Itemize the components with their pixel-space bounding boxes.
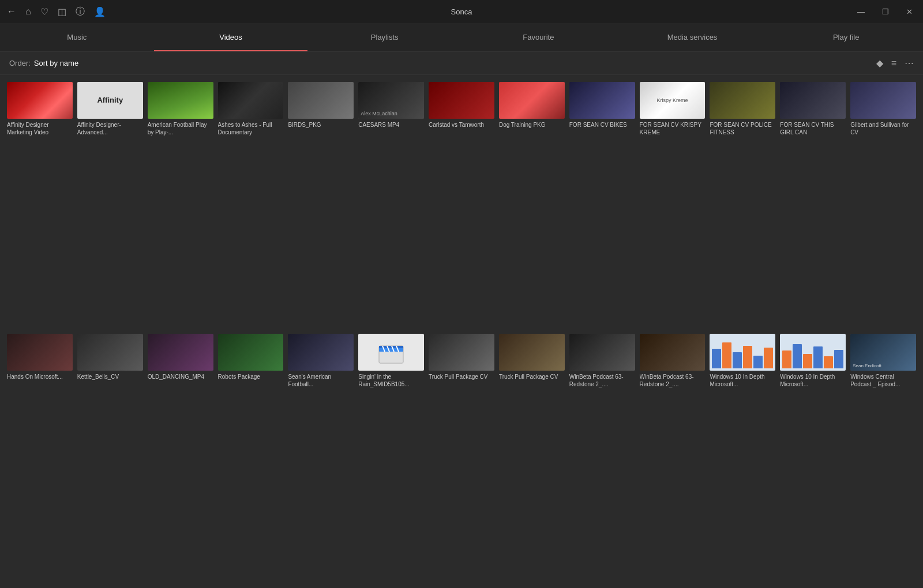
titlebar-nav-icons: ← ⌂ ♡ ◫ ⓘ 👤 — [7, 6, 106, 18]
video-thumb-15 — [77, 334, 143, 371]
video-title-2: Affinity Designer- Advanced... — [77, 121, 143, 136]
toolbar-actions: ◆ ≡ ⋯ — [876, 58, 914, 69]
tab-videos[interactable]: Videos — [154, 23, 308, 51]
video-thumb-21 — [499, 334, 565, 371]
video-thumb-5 — [288, 82, 354, 119]
video-title-9: FOR SEAN CV BIKES — [569, 121, 635, 129]
video-title-16: OLD_DANCING_MP4 — [148, 373, 213, 380]
video-card-23[interactable]: WinBeta Podcast 63- Redstone 2_.... — [640, 334, 706, 581]
video-thumb-6: Alex McLachlan — [358, 82, 424, 119]
video-card-14[interactable]: Hands On Microsoft... — [7, 334, 73, 581]
sort-order: Order: Sort by name — [9, 59, 78, 67]
video-thumb-22 — [569, 334, 635, 371]
tab-media-services[interactable]: Media services — [616, 23, 770, 51]
sort-value[interactable]: Sort by name — [34, 59, 78, 67]
video-title-15: Kettle_Bells_CV — [77, 373, 143, 380]
main-nav: Music Videos Playlists Favourite Media s… — [0, 23, 923, 52]
video-card-21[interactable]: Truck Pull Package CV — [499, 334, 565, 581]
video-thumb-9 — [569, 82, 635, 119]
video-thumb-16 — [148, 334, 213, 371]
video-title-12: FOR SEAN CV THIS GIRL CAN — [780, 121, 846, 136]
video-thumb-24 — [710, 334, 775, 371]
video-thumb-7 — [429, 82, 494, 119]
video-thumb-18 — [288, 334, 354, 371]
video-title-21: Truck Pull Package CV — [499, 373, 565, 380]
tab-play-file[interactable]: Play file — [769, 23, 923, 51]
video-card-5[interactable]: BIRDS_PKG — [288, 82, 354, 329]
video-card-19[interactable]: Singin' in the Rain_SMID5B105... — [358, 334, 424, 581]
video-card-18[interactable]: Sean's American Football... — [288, 334, 354, 581]
video-card-6[interactable]: Alex McLachlan CAESARS MP4 — [358, 82, 424, 329]
video-thumb-25 — [780, 334, 846, 371]
titlebar: ← ⌂ ♡ ◫ ⓘ 👤 Sonca — ❐ ✕ — [0, 0, 923, 23]
tab-playlists[interactable]: Playlists — [307, 23, 462, 51]
video-thumb-1 — [7, 82, 73, 119]
video-card-11[interactable]: FOR SEAN CV POLICE FITNESS — [710, 82, 775, 329]
video-title-11: FOR SEAN CV POLICE FITNESS — [710, 121, 775, 136]
video-card-9[interactable]: FOR SEAN CV BIKES — [569, 82, 635, 329]
video-title-25: Windows 10 In Depth Microsoft... — [780, 373, 846, 388]
video-card-26[interactable]: Sean Endicott Windows Central Podcast _ … — [850, 334, 916, 581]
video-title-19: Singin' in the Rain_SMID5B105... — [358, 373, 424, 388]
person-icon[interactable]: 👤 — [94, 6, 106, 17]
video-card-8[interactable]: Dog Training PKG — [499, 82, 565, 329]
video-title-26: Windows Central Podcast _ Episod... — [850, 373, 916, 388]
video-title-22: WinBeta Podcast 63- Redstone 2_.... — [569, 373, 635, 388]
video-title-10: FOR SEAN CV KRISPY KREME — [640, 121, 706, 136]
list-view-icon[interactable]: ≡ — [891, 58, 896, 69]
video-thumb-23 — [640, 334, 706, 371]
heart-icon[interactable]: ♡ — [40, 6, 48, 17]
filter-icon[interactable]: ◆ — [876, 58, 883, 69]
video-title-14: Hands On Microsoft... — [7, 373, 73, 380]
video-thumb-4 — [218, 82, 284, 119]
video-card-3[interactable]: American Football Play by Play-... — [148, 82, 213, 329]
video-thumb-8 — [499, 82, 565, 119]
minimize-button[interactable]: — — [854, 5, 868, 18]
video-card-15[interactable]: Kettle_Bells_CV — [77, 334, 143, 581]
cast-icon[interactable]: ◫ — [58, 6, 66, 17]
video-card-1[interactable]: Affinity Designer Marketing Video — [7, 82, 73, 329]
back-icon[interactable]: ← — [7, 6, 16, 17]
more-options-icon[interactable]: ⋯ — [905, 58, 914, 69]
video-title-5: BIRDS_PKG — [288, 121, 354, 129]
video-thumb-13 — [850, 82, 916, 119]
app-title: Sonca — [451, 7, 472, 16]
video-card-2[interactable]: Affinity Affinity Designer- Advanced... — [77, 82, 143, 329]
home-icon[interactable]: ⌂ — [25, 6, 31, 17]
tab-music[interactable]: Music — [0, 23, 154, 51]
video-thumb-19 — [358, 334, 424, 371]
video-title-6: CAESARS MP4 — [358, 121, 424, 129]
video-card-17[interactable]: Robots Package — [218, 334, 284, 581]
video-card-10[interactable]: Krispy Kreme FOR SEAN CV KRISPY KREME — [640, 82, 706, 329]
video-thumb-11 — [710, 82, 775, 119]
video-title-24: Windows 10 In Depth Microsoft... — [710, 373, 775, 388]
video-title-3: American Football Play by Play-... — [148, 121, 213, 136]
video-title-23: WinBeta Podcast 63- Redstone 2_.... — [640, 373, 706, 388]
video-thumb-2: Affinity — [77, 82, 143, 119]
video-title-8: Dog Training PKG — [499, 121, 565, 129]
restore-button[interactable]: ❐ — [879, 5, 892, 18]
video-card-4[interactable]: Ashes to Ashes - Full Documentary — [218, 82, 284, 329]
video-card-16[interactable]: OLD_DANCING_MP4 — [148, 334, 213, 581]
info-icon[interactable]: ⓘ — [76, 6, 85, 18]
video-thumb-12 — [780, 82, 846, 119]
close-button[interactable]: ✕ — [903, 5, 916, 18]
video-title-4: Ashes to Ashes - Full Documentary — [218, 121, 284, 136]
video-title-1: Affinity Designer Marketing Video — [7, 121, 73, 136]
video-card-7[interactable]: Carlstad vs Tamworth — [429, 82, 494, 329]
window-controls: — ❐ ✕ — [854, 5, 916, 18]
video-card-20[interactable]: Truck Pull Package CV — [429, 334, 494, 581]
video-thumb-26: Sean Endicott — [850, 334, 916, 371]
video-thumb-10: Krispy Kreme — [640, 82, 706, 119]
video-card-25[interactable]: Windows 10 In Depth Microsoft... — [780, 334, 846, 581]
video-card-22[interactable]: WinBeta Podcast 63- Redstone 2_.... — [569, 334, 635, 581]
order-label: Order: — [9, 59, 31, 67]
video-title-20: Truck Pull Package CV — [429, 373, 494, 380]
tab-favourite[interactable]: Favourite — [462, 23, 616, 51]
video-card-13[interactable]: Gilbert and Sullivan for CV — [850, 82, 916, 329]
video-title-13: Gilbert and Sullivan for CV — [850, 121, 916, 136]
video-card-12[interactable]: FOR SEAN CV THIS GIRL CAN — [780, 82, 846, 329]
video-grid: Affinity Designer Marketing Video Affini… — [0, 75, 923, 588]
video-card-24[interactable]: Windows 10 In Depth Microsoft... — [710, 334, 775, 581]
video-title-17: Robots Package — [218, 373, 284, 380]
